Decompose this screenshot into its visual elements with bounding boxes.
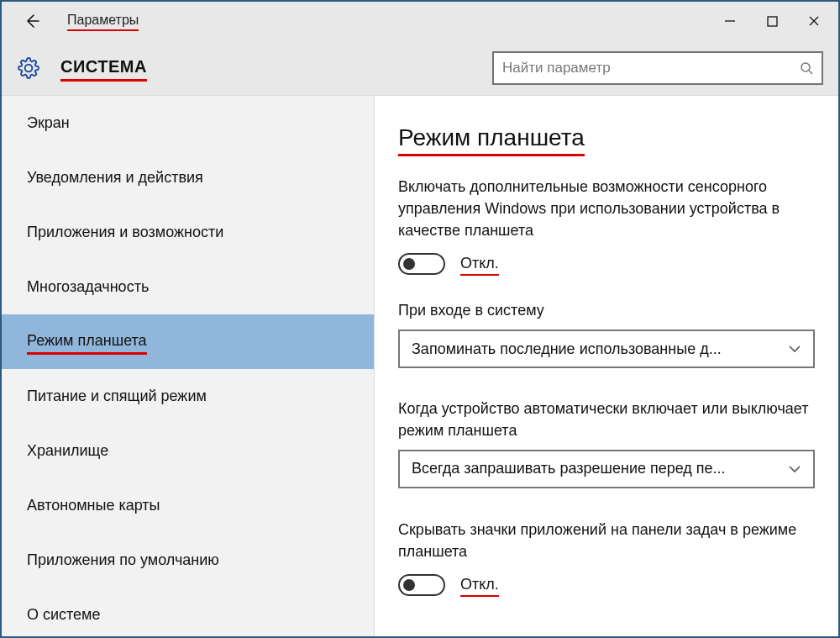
- category-title: СИСТЕМА: [60, 57, 147, 79]
- gear-icon: [17, 56, 40, 80]
- sidebar-item-label: Приложения и возможности: [27, 224, 223, 241]
- title-bar: Параметры: [2, 2, 838, 40]
- sidebar-item-label: Уведомления и действия: [27, 169, 203, 187]
- sidebar-item-label: Экран: [27, 114, 70, 132]
- sidebar-item-default-apps[interactable]: Приложения по умолчанию: [2, 533, 374, 588]
- sidebar-item-label: Хранилище: [27, 442, 108, 460]
- toggle-tablet-capabilities[interactable]: [398, 253, 445, 275]
- search-box[interactable]: [492, 51, 823, 85]
- sidebar-item-display[interactable]: Экран: [2, 96, 374, 150]
- window-title: Параметры: [47, 13, 139, 29]
- content-pane: Режим планшета Включать дополнительные в…: [375, 96, 838, 636]
- svg-rect-1: [768, 17, 777, 26]
- auto-switch-dropdown[interactable]: Всегда запрашивать разрешение перед пе..…: [398, 450, 815, 488]
- close-icon: [808, 15, 820, 27]
- minimize-button[interactable]: [709, 3, 751, 40]
- toggle1-state-label: Откл.: [460, 255, 499, 274]
- sidebar-item-label: О системе: [27, 606, 101, 624]
- search-icon: [800, 61, 813, 75]
- sidebar-item-storage[interactable]: Хранилище: [2, 424, 374, 478]
- toggle-knob: [403, 258, 415, 270]
- sidebar-item-label: Приложения по умолчанию: [27, 551, 219, 569]
- svg-point-4: [801, 63, 810, 71]
- auto-switch-label: Когда устройство автоматически включает …: [398, 398, 815, 440]
- toggle1-description: Включать дополнительные возможности сенс…: [398, 176, 815, 241]
- page-heading: Режим планшета: [398, 124, 815, 154]
- toggle2-state-label: Откл.: [460, 576, 499, 595]
- chevron-down-icon: [788, 465, 801, 473]
- minimize-icon: [724, 15, 736, 27]
- signin-behavior-label: При входе в систему: [398, 300, 815, 321]
- dropdown-value: Запоминать последние использованные д...: [412, 340, 776, 358]
- back-button[interactable]: [17, 6, 47, 36]
- toggle-hide-taskbar-icons[interactable]: [398, 574, 445, 596]
- sidebar-item-multitasking[interactable]: Многозадачность: [2, 260, 374, 314]
- sidebar-item-notifications[interactable]: Уведомления и действия: [2, 150, 374, 205]
- sidebar-item-label: Автономные карты: [27, 497, 160, 514]
- chevron-down-icon: [788, 345, 801, 353]
- sidebar-item-label: Многозадачность: [27, 278, 149, 296]
- signin-behavior-dropdown[interactable]: Запоминать последние использованные д...: [398, 330, 815, 368]
- sidebar: Экран Уведомления и действия Приложения …: [2, 96, 375, 636]
- dropdown-value: Всегда запрашивать разрешение перед пе..…: [412, 460, 776, 477]
- sidebar-item-power[interactable]: Питание и спящий режим: [2, 369, 374, 424]
- sidebar-item-label: Питание и спящий режим: [27, 388, 207, 405]
- sidebar-item-apps[interactable]: Приложения и возможности: [2, 205, 374, 260]
- maximize-button[interactable]: [751, 3, 793, 40]
- sidebar-item-about[interactable]: О системе: [2, 588, 374, 636]
- category-bar: СИСТЕМА: [2, 40, 838, 96]
- svg-line-5: [809, 71, 812, 74]
- search-input[interactable]: [502, 60, 793, 76]
- maximize-icon: [767, 16, 778, 27]
- toggle-knob: [403, 579, 415, 591]
- arrow-left-icon: [24, 13, 40, 29]
- sidebar-item-offline-maps[interactable]: Автономные карты: [2, 478, 374, 533]
- toggle2-description: Скрывать значки приложений на панели зад…: [398, 519, 815, 562]
- window-controls: [709, 3, 835, 40]
- sidebar-item-tablet-mode[interactable]: Режим планшета: [2, 314, 374, 369]
- sidebar-item-label: Режим планшета: [27, 332, 147, 352]
- close-button[interactable]: [793, 3, 835, 40]
